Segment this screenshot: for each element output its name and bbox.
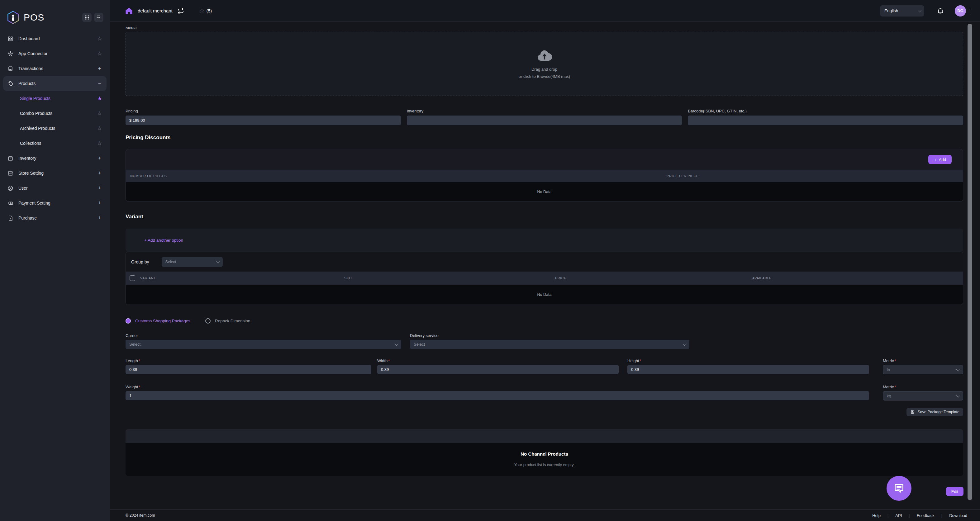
app-connector-icon [7, 50, 14, 57]
barcode-input[interactable] [688, 116, 963, 125]
notifications-bell-icon[interactable] [937, 7, 944, 14]
switch-merchant-icon[interactable] [177, 7, 185, 14]
inventory-label: Inventory [407, 108, 682, 114]
repack-dimension-label[interactable]: Repack Dimension [215, 319, 250, 323]
footer-link-help[interactable]: Help [872, 513, 881, 518]
variant-empty-state: No Data [126, 284, 963, 305]
column-price-per-piece: PRICE PER PIECE [667, 174, 699, 178]
sidebar-item-products[interactable]: Products − [3, 76, 107, 91]
weight-label: Weight [126, 384, 869, 390]
delivery-service-label: Delivery service [410, 333, 689, 338]
sidebar-item-payment-setting[interactable]: Payment Setting + [0, 195, 110, 211]
dashboard-icon [7, 35, 14, 42]
sidebar-item-single-products[interactable]: Single Products ★ [0, 91, 110, 106]
customs-shopping-packages-label[interactable]: Customs Shopping Packages [135, 319, 190, 323]
variant-options-card: + Add another option [126, 229, 963, 252]
group-by-select[interactable]: Select [162, 257, 223, 267]
width-input[interactable] [377, 365, 619, 374]
footer-link-feedback[interactable]: Feedback [917, 513, 934, 518]
height-input[interactable] [627, 365, 869, 374]
edit-button[interactable]: Edit [946, 487, 964, 496]
length-label: Length [126, 358, 371, 364]
sidebar-item-store-setting[interactable]: Store Setting + [0, 166, 110, 181]
chevron-down-icon [956, 367, 960, 371]
favorite-star-icon[interactable]: ☆ [199, 7, 205, 14]
channel-products-header [126, 429, 963, 443]
favorite-star-icon[interactable]: ☆ [97, 110, 103, 117]
grid-icon [84, 15, 89, 20]
column-number-of-pieces: NUMBER OF PIECES [126, 174, 667, 178]
chevron-down-icon [956, 393, 960, 397]
vertical-scrollbar[interactable] [967, 24, 972, 500]
favorite-star-icon[interactable]: ☆ [97, 50, 103, 57]
carrier-select[interactable]: Select [126, 340, 401, 349]
collapse-sidebar-button[interactable] [94, 13, 103, 22]
save-icon [910, 410, 915, 415]
weight-input[interactable] [126, 391, 869, 400]
sidebar-item-dashboard[interactable]: Dashboard ☆ [0, 31, 110, 46]
store-icon [7, 170, 14, 176]
delivery-service-select[interactable]: Select [410, 340, 689, 349]
customs-shopping-packages-radio[interactable] [126, 318, 131, 324]
sidebar-item-app-connector[interactable]: App Connector ☆ [0, 46, 110, 61]
apps-grid-button[interactable] [82, 13, 92, 22]
dimension-metric-label: Metric [883, 358, 963, 364]
expand-plus-icon[interactable]: + [97, 185, 103, 192]
add-discount-button[interactable]: + Add [928, 155, 951, 164]
sidebar-item-user[interactable]: User + [0, 181, 110, 195]
pos-logo-icon [7, 11, 19, 24]
dimension-metric-select[interactable]: in [883, 365, 963, 374]
weight-metric-select[interactable]: kg [883, 391, 963, 400]
products-tag-icon [7, 80, 14, 87]
home-icon[interactable] [125, 6, 133, 15]
expand-plus-icon[interactable]: + [97, 170, 103, 176]
sidebar-item-archived-products[interactable]: Archived Products ☆ [0, 121, 110, 136]
expand-plus-icon[interactable]: + [97, 65, 103, 72]
sidebar-item-transactions[interactable]: Transactions + [0, 61, 110, 76]
app-title: POS [24, 12, 80, 23]
expand-plus-icon[interactable]: + [97, 214, 103, 221]
column-available: AVAILABLE [752, 276, 963, 280]
repack-dimension-radio[interactable] [205, 318, 211, 324]
width-label: Width [377, 358, 619, 364]
language-select[interactable]: English [880, 5, 924, 16]
channel-products-empty-state: No Channel Products Your product list is… [126, 443, 963, 476]
chat-bubble-icon [893, 482, 905, 494]
sidebar-nav: Dashboard ☆ App Connector ☆ Transactions… [0, 31, 110, 226]
footer-separator: | [888, 513, 888, 518]
payment-icon [7, 200, 14, 206]
favorite-star-icon[interactable]: ☆ [97, 35, 103, 42]
carrier-label: Carrier [126, 333, 401, 338]
favorite-star-icon[interactable]: ☆ [97, 140, 103, 147]
variant-table-header: VARIANT SKU PRICE AVAILABLE [126, 272, 963, 284]
pricing-label: Pricing [126, 108, 401, 114]
sidebar-item-combo-products[interactable]: Combo Products ☆ [0, 106, 110, 121]
weight-metric-label: Metric [883, 384, 963, 390]
sidebar-item-inventory[interactable]: Inventory + [0, 151, 110, 166]
add-another-option-button[interactable]: + Add another option [144, 238, 183, 243]
sidebar-item-collections[interactable]: Collections ☆ [0, 136, 110, 151]
account-menu-chevron-icon[interactable] [970, 8, 970, 14]
media-dropzone[interactable]: Drag and drop or click to Browse(4MB max… [126, 32, 963, 96]
favorite-star-filled-icon[interactable]: ★ [97, 95, 103, 102]
chat-support-button[interactable] [886, 476, 912, 501]
length-input[interactable] [126, 365, 371, 374]
footer-link-api[interactable]: API [895, 513, 902, 518]
product-form: Media Drag and drop or click to Browse(4… [110, 22, 980, 510]
column-price: PRICE [555, 276, 752, 280]
footer-link-download[interactable]: Download [949, 513, 967, 518]
favorite-star-icon[interactable]: ☆ [97, 125, 103, 132]
upload-cloud-icon [537, 49, 552, 61]
expand-plus-icon[interactable]: + [97, 200, 103, 206]
save-package-template-button[interactable]: Save Package Template [907, 408, 963, 416]
collapse-minus-icon[interactable]: − [97, 80, 103, 87]
inventory-box-icon [7, 155, 14, 162]
channel-empty-title: No Channel Products [520, 451, 568, 456]
pricing-input[interactable] [126, 116, 401, 125]
expand-plus-icon[interactable]: + [97, 155, 103, 162]
sidebar-item-purchase[interactable]: $ Purchase + [0, 211, 110, 226]
inventory-input[interactable] [407, 116, 682, 125]
plus-icon: + [934, 157, 937, 162]
select-all-checkbox[interactable] [130, 275, 135, 281]
avatar[interactable]: DG [955, 5, 966, 16]
